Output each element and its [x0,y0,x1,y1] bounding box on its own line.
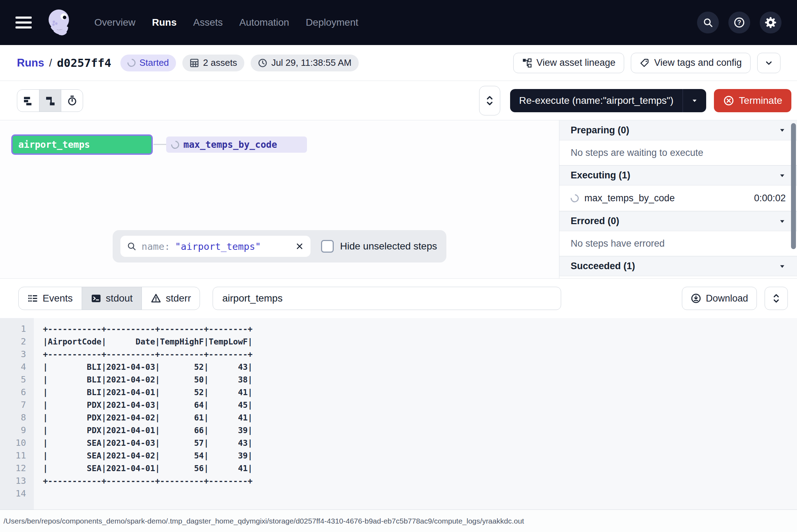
tag-icon [640,58,649,68]
terminal-icon [91,293,101,304]
breadcrumb-runs-link[interactable]: Runs [17,57,44,69]
view-tags-config-button[interactable]: View tags and config [631,53,751,73]
timestamp-badge: Jul 29, 11:38:55 AM [251,55,359,71]
tab-stdout[interactable]: stdout [82,287,142,310]
download-icon [691,293,701,304]
grid-icon [189,58,199,68]
run-actions-menu-button[interactable] [757,53,780,73]
search-icon [127,241,137,251]
log-line: 2|AirportCode| Date|TempHighF|TempLowF| [0,335,797,348]
run-toolbar: Re-execute (name:"airport_temps") Termin… [0,81,797,120]
section-executing-header[interactable]: Executing (1) [559,165,797,185]
log-line: 14 [0,487,797,500]
panel-scrollbar[interactable] [791,123,796,249]
caret-down-icon [779,172,786,179]
nav-item-automation[interactable]: Automation [239,17,289,28]
reexecute-button[interactable]: Re-execute (name:"airport_temps") [510,89,707,112]
run-body: airport_temps max_temps_by_code name: "a… [0,120,797,279]
hide-unselected-checkbox[interactable] [321,240,334,253]
nav-item-deployment[interactable]: Deployment [306,17,358,28]
svg-text:?: ? [738,19,741,26]
gantt-zoom-button[interactable] [479,86,500,115]
waterfall-gantt-view-button[interactable] [39,90,61,112]
gear-icon [765,17,777,28]
run-id: d0257ff4 [57,56,111,70]
log-filter-input[interactable]: airport_temps [213,287,561,310]
status-badge: Started [120,55,176,71]
log-line: 3+-----------+----------+---------+-----… [0,348,797,361]
steps-status-panel: Preparing (0) No steps are waiting to ex… [559,120,797,278]
timer-view-button[interactable] [61,90,83,112]
stdout-log-viewer[interactable]: 1+-----------+----------+---------+-----… [0,318,797,509]
section-preparing-empty: No steps are waiting to execute [559,140,797,165]
chevron-down-icon [764,58,774,68]
view-switcher [17,89,83,112]
search-button[interactable] [697,12,719,33]
reexecute-dropdown-caret[interactable] [683,89,706,112]
section-errored-empty: No steps have errored [559,231,797,256]
download-button[interactable]: Download [682,287,757,310]
executing-step-row[interactable]: max_temps_by_code 0:00:02 [559,185,797,211]
dagster-logo[interactable] [44,6,76,39]
flat-gantt-icon [23,95,34,106]
log-line: 12| SEA|2021-04-01| 56| 41| [0,462,797,475]
log-line: 10| SEA|2021-04-03| 57| 43| [0,437,797,449]
log-line: 7| PDX|2021-04-03| 64| 45| [0,399,797,411]
tab-events[interactable]: Events [19,287,82,310]
graph-filter-bar: name: "airport_temps" Hide unselected st… [113,230,446,262]
log-line: 1+-----------+----------+---------+-----… [0,323,797,335]
caret-down-icon [691,97,698,104]
up-down-chevrons-icon [771,293,781,304]
assets-badge[interactable]: 2 assets [182,55,244,71]
stopwatch-icon [67,95,78,106]
waterfall-gantt-icon [45,95,56,106]
log-expand-button[interactable] [765,287,788,310]
step-node-max-temps-by-code[interactable]: max_temps_by_code [166,137,307,153]
log-file-path: /Users/ben/repos/components_demo/spark-d… [4,517,524,525]
caret-down-icon [779,127,786,134]
hide-unselected-steps-toggle[interactable]: Hide unselected steps [321,240,437,253]
nav-item-assets[interactable]: Assets [193,17,223,28]
flat-gantt-view-button[interactable] [17,90,39,112]
spinner-icon [126,57,137,68]
lineage-icon [522,58,532,68]
hamburger-menu-icon[interactable] [15,17,32,28]
gantt-graph-pane: airport_temps max_temps_by_code name: "a… [0,120,559,278]
terminate-button[interactable]: Terminate [714,89,791,112]
caret-down-icon [779,263,786,270]
log-line: 11| SEA|2021-04-02| 54| 39| [0,449,797,462]
section-succeeded-header[interactable]: Succeeded (1) [559,256,797,276]
up-down-chevrons-icon [484,94,495,107]
log-file-path-bar: /Users/ben/repos/components_demo/spark-d… [0,509,797,532]
log-line: 13+-----------+----------+---------+----… [0,475,797,487]
breadcrumb-separator: / [49,57,52,69]
step-filter-input[interactable]: name: "airport_temps" [120,236,310,257]
section-errored-header[interactable]: Errored (0) [559,211,797,231]
tab-stderr[interactable]: stderr [142,287,200,310]
section-preparing-header[interactable]: Preparing (0) [559,120,797,140]
list-icon [27,293,38,304]
log-line: 9| PDX|2021-04-01| 66| 39| [0,424,797,437]
log-line: 5| BLI|2021-04-02| 50| 38| [0,373,797,386]
terminate-icon [723,95,734,106]
log-tabs: Events stdout stderr [18,287,200,310]
graph-edge [153,144,166,145]
nav-links: Overview Runs Assets Automation Deployme… [94,17,358,28]
help-button[interactable]: ? [728,12,750,33]
run-header: Runs / d0257ff4 Started 2 assets Jul 29,… [0,45,797,81]
log-line: 6| BLI|2021-04-01| 52| 41| [0,386,797,399]
nav-item-runs[interactable]: Runs [152,17,177,28]
spinner-icon [569,192,580,204]
warning-icon [151,293,161,304]
nav-item-overview[interactable]: Overview [94,17,136,28]
top-nav: Overview Runs Assets Automation Deployme… [0,0,797,45]
view-asset-lineage-button[interactable]: View asset lineage [513,53,625,73]
step-node-airport-temps[interactable]: airport_temps [11,134,153,155]
settings-button[interactable] [760,12,782,33]
caret-down-icon [779,218,786,225]
search-icon [703,17,713,28]
step-elapsed-time: 0:00:02 [754,193,786,204]
clock-icon [258,58,268,68]
clear-filter-icon[interactable] [295,242,304,251]
help-icon: ? [733,17,745,28]
